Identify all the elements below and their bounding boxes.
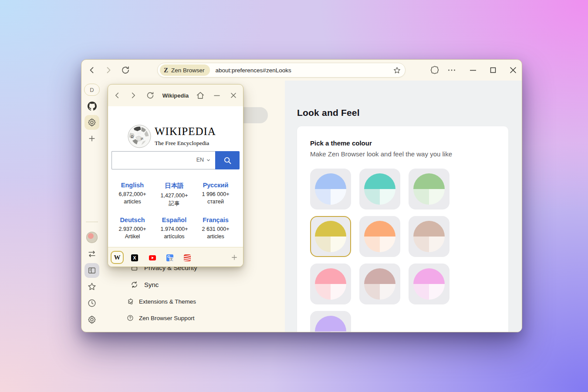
site-identity-badge[interactable]: Z Zen Browser bbox=[160, 64, 210, 76]
theme-swatch-orange[interactable] bbox=[359, 216, 400, 257]
url-text: about:preferences#zenLooks bbox=[216, 67, 291, 74]
zen-flower-icon[interactable] bbox=[429, 65, 440, 75]
settings-content-panel: Look and Feel Pick a theme colour Make Z… bbox=[285, 81, 522, 332]
bookmarks-star-icon[interactable] bbox=[87, 282, 97, 291]
todoist-favicon[interactable] bbox=[184, 254, 191, 261]
avatar[interactable] bbox=[86, 232, 98, 243]
theme-colour-circle bbox=[413, 221, 445, 252]
svg-text:Ω: Ω bbox=[131, 135, 134, 139]
translate-char-glyph: 文 bbox=[169, 257, 173, 261]
popup-home-button[interactable] bbox=[196, 91, 205, 100]
wikipedia-search-input[interactable]: EN bbox=[112, 151, 215, 169]
theme-card: Pick a theme colour Make Zen Browser loo… bbox=[297, 126, 508, 332]
language-link[interactable]: English bbox=[112, 182, 153, 189]
svg-text:W: W bbox=[137, 131, 141, 135]
settings-tab-gear-icon[interactable] bbox=[87, 118, 97, 127]
back-button[interactable] bbox=[87, 65, 97, 75]
popup-back-button[interactable] bbox=[112, 91, 122, 100]
maximize-button[interactable] bbox=[488, 65, 498, 75]
zen-logo-icon: Z bbox=[164, 67, 168, 74]
language-article-count: 1.974.000+ bbox=[153, 226, 195, 232]
theme-swatch-teal[interactable] bbox=[359, 169, 400, 210]
x-favicon[interactable]: X bbox=[131, 254, 138, 261]
popup-title: Wikipedia bbox=[156, 92, 195, 99]
wikipedia-wordmark: WIKIPEDIA bbox=[155, 125, 216, 138]
wikipedia-language-3: Русский1 996 000+статей bbox=[195, 182, 237, 205]
wikipedia-page: Ω W И WIKIPEDIA The Free Encyclopedia EN bbox=[108, 106, 243, 247]
google-translate-favicon[interactable]: G文 bbox=[166, 254, 173, 261]
wikipedia-language-2: 日本語1,427,000+記事 bbox=[153, 182, 195, 207]
puzzle-icon bbox=[127, 298, 134, 305]
theme-swatch-blue[interactable] bbox=[310, 169, 351, 210]
language-article-unit: articles bbox=[112, 199, 153, 205]
wikipedia-favicon[interactable]: W bbox=[111, 251, 124, 264]
settings-nav-item-extensions-themes[interactable]: Extensions & Themes bbox=[127, 298, 196, 305]
popup-close-button[interactable] bbox=[229, 91, 238, 100]
swap-arrows-icon[interactable] bbox=[87, 249, 97, 259]
theme-colour-circle bbox=[364, 173, 395, 205]
wikipedia-language-6: Français2 631 000+articles bbox=[195, 216, 237, 240]
sidebar-panel-icon[interactable] bbox=[87, 266, 97, 275]
language-article-unit: artículos bbox=[153, 233, 195, 240]
wikipedia-popup-window: Wikipedia bbox=[108, 84, 243, 267]
language-code: EN bbox=[196, 157, 204, 163]
popup-favicon-bar: WXG文 bbox=[108, 247, 243, 267]
settings-nav-label: Sync bbox=[144, 281, 159, 288]
theme-swatch-green[interactable] bbox=[409, 169, 449, 210]
add-site-plus-icon[interactable] bbox=[230, 253, 238, 261]
language-article-unit: articles bbox=[195, 233, 237, 240]
settings-nav-item-sync[interactable]: Sync bbox=[130, 280, 159, 289]
bookmark-star-icon[interactable] bbox=[393, 66, 401, 74]
language-article-unit: статей bbox=[195, 199, 237, 205]
menu-dots-icon[interactable] bbox=[446, 65, 457, 75]
address-bar[interactable]: Z Zen Browser about:preferences#zenLooks bbox=[157, 63, 406, 78]
theme-swatch-yellow[interactable] bbox=[310, 216, 351, 257]
youtube-favicon[interactable] bbox=[149, 255, 156, 260]
theme-colour-circle bbox=[315, 316, 346, 332]
workspace-badge[interactable]: D bbox=[84, 84, 100, 96]
theme-colour-circle bbox=[413, 268, 445, 300]
page-title: Look and Feel bbox=[297, 108, 360, 118]
language-article-count: 6,872,000+ bbox=[112, 191, 153, 197]
theme-swatch-mauve[interactable] bbox=[359, 264, 400, 304]
minimize-button[interactable] bbox=[468, 65, 478, 75]
language-article-count: 1,427,000+ bbox=[153, 193, 195, 199]
browser-window: Z Zen Browser about:preferences#zenLooks… bbox=[81, 59, 522, 332]
theme-colour-circle bbox=[315, 173, 346, 205]
popup-forward-button[interactable] bbox=[128, 91, 138, 100]
theme-swatch-purple[interactable] bbox=[310, 311, 351, 332]
theme-colour-circle bbox=[364, 221, 395, 252]
language-link[interactable]: Français bbox=[195, 216, 237, 223]
language-article-unit: 記事 bbox=[153, 200, 195, 207]
settings-nav-item-zen-browser-support[interactable]: Zen Browser Support bbox=[127, 314, 195, 321]
popup-reload-button[interactable] bbox=[145, 91, 155, 100]
language-link[interactable]: Русский bbox=[195, 182, 237, 189]
theme-swatch-grid bbox=[310, 169, 449, 332]
new-tab-plus-icon[interactable] bbox=[88, 134, 96, 143]
wikipedia-tagline: The Free Encyclopedia bbox=[155, 140, 209, 147]
popup-minimize-button[interactable] bbox=[212, 91, 222, 100]
play-triangle bbox=[152, 257, 154, 259]
wikipedia-language-selector[interactable]: EN bbox=[196, 157, 211, 163]
theme-card-heading: Pick a theme colour bbox=[310, 139, 372, 147]
svg-text:И: И bbox=[141, 137, 143, 141]
language-link[interactable]: Español bbox=[153, 216, 195, 223]
settings-gear-icon[interactable] bbox=[87, 315, 97, 324]
language-article-count: 1 996 000+ bbox=[195, 191, 237, 197]
forward-button[interactable] bbox=[103, 65, 114, 75]
theme-swatch-pink[interactable] bbox=[310, 264, 351, 304]
github-tab-icon[interactable] bbox=[88, 101, 97, 111]
theme-swatch-magenta[interactable] bbox=[409, 264, 449, 304]
reload-button[interactable] bbox=[120, 65, 131, 75]
language-link[interactable]: 日本語 bbox=[153, 182, 195, 190]
site-identity-label: Zen Browser bbox=[171, 67, 205, 74]
language-link[interactable]: Deutsch bbox=[112, 216, 153, 223]
wikipedia-search-button[interactable] bbox=[215, 151, 240, 169]
history-clock-icon[interactable] bbox=[87, 298, 97, 308]
settings-nav-label: Zen Browser Support bbox=[139, 315, 195, 321]
chevron-down-icon bbox=[206, 158, 211, 162]
theme-swatch-tan[interactable] bbox=[409, 216, 449, 257]
rail-divider bbox=[86, 222, 98, 222]
close-button[interactable] bbox=[508, 65, 518, 75]
theme-colour-circle bbox=[364, 268, 395, 300]
